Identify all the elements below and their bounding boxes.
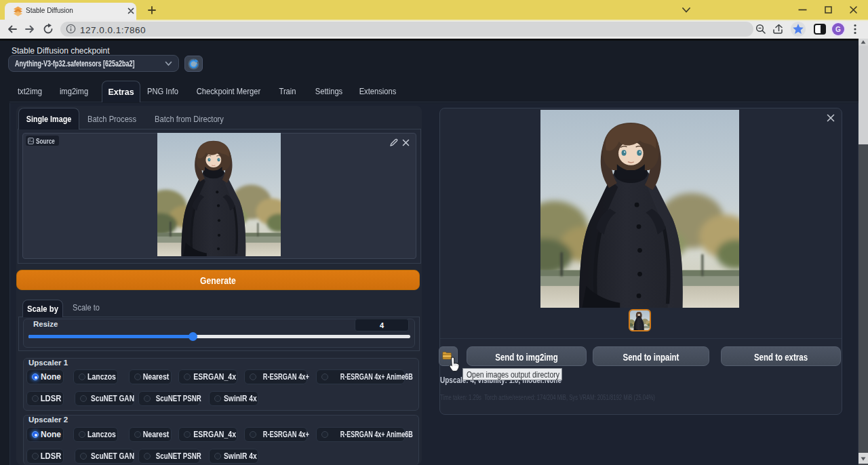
svg-text:G: G [835,26,841,33]
